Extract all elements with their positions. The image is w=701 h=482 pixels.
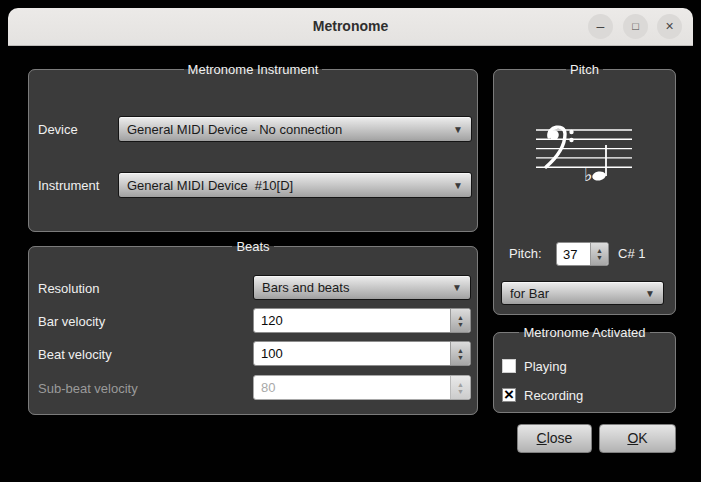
- playing-checkbox-label[interactable]: Playing: [524, 359, 567, 375]
- sub-beat-velocity-label: Sub-beat velocity: [38, 381, 138, 397]
- minimize-icon[interactable]: –: [588, 14, 613, 39]
- spin-down-icon: ▼: [457, 388, 464, 395]
- playing-checkbox[interactable]: [502, 359, 516, 373]
- pitch-value: 37: [563, 247, 577, 262]
- pitch-label: Pitch:: [509, 246, 542, 262]
- recording-checkbox[interactable]: ×: [502, 388, 516, 402]
- bass-clef-staff-notation: ♭: [534, 118, 634, 186]
- ok-button-label: OK: [600, 425, 675, 452]
- metronome-activated-group-title: Metronome Activated: [519, 325, 649, 340]
- chevron-down-icon: ▼: [452, 282, 462, 293]
- pitch-group-title: Pitch: [566, 62, 603, 77]
- note-icon: ♭: [584, 145, 606, 185]
- pitch-group: Pitch: [493, 62, 676, 315]
- resolution-dropdown[interactable]: Bars and beats ▼: [253, 275, 471, 300]
- bar-velocity-value: 120: [261, 313, 283, 328]
- close-button[interactable]: Close: [517, 424, 592, 453]
- chevron-down-icon: ▼: [453, 124, 463, 135]
- metronome-instrument-group-title: Metronome Instrument: [184, 62, 323, 77]
- resolution-label: Resolution: [38, 281, 99, 297]
- close-icon[interactable]: ×: [657, 14, 682, 39]
- metronome-dialog: Metronome – □ × Metronome Instrument Dev…: [0, 0, 701, 482]
- recording-checkbox-label[interactable]: Recording: [524, 388, 583, 404]
- pitch-scope-dropdown[interactable]: for Bar ▼: [501, 281, 664, 305]
- spin-down-icon[interactable]: ▼: [457, 321, 464, 328]
- pitch-spinbox[interactable]: 37 ▲ ▼: [556, 242, 609, 266]
- maximize-icon[interactable]: □: [623, 14, 648, 39]
- chevron-down-icon: ▼: [645, 288, 655, 299]
- device-dropdown[interactable]: General MIDI Device - No connection ▼: [118, 116, 472, 142]
- instrument-dropdown-value: General MIDI Device #10[D]: [127, 178, 447, 193]
- spin-down-icon[interactable]: ▼: [457, 354, 464, 361]
- note-name-label: C# 1: [618, 246, 645, 262]
- spin-up-icon[interactable]: ▲: [457, 347, 464, 354]
- resolution-dropdown-value: Bars and beats: [262, 280, 446, 295]
- instrument-dropdown[interactable]: General MIDI Device #10[D] ▼: [118, 172, 472, 198]
- metronome-instrument-group: Metronome Instrument: [28, 62, 478, 232]
- spin-up-icon[interactable]: ▲: [596, 247, 603, 254]
- titlebar[interactable]: Metronome – □ ×: [8, 8, 693, 46]
- chevron-down-icon: ▼: [453, 180, 463, 191]
- sub-beat-velocity-value: 80: [261, 380, 275, 395]
- metronome-activated-group: Metronome Activated: [493, 325, 676, 413]
- instrument-label: Instrument: [38, 178, 99, 194]
- device-label: Device: [38, 122, 78, 138]
- spin-up-icon[interactable]: ▲: [457, 314, 464, 321]
- spin-down-icon[interactable]: ▼: [596, 254, 603, 261]
- ok-button[interactable]: OK: [599, 424, 676, 453]
- beats-group-title: Beats: [232, 239, 273, 254]
- bar-velocity-spinbox[interactable]: 120 ▲ ▼: [253, 308, 471, 333]
- spin-up-icon: ▲: [457, 381, 464, 388]
- svg-text:♭: ♭: [584, 164, 593, 185]
- beat-velocity-value: 100: [261, 346, 283, 361]
- beat-velocity-label: Beat velocity: [38, 347, 112, 363]
- bar-velocity-label: Bar velocity: [38, 314, 105, 330]
- bass-clef-icon: [546, 127, 574, 167]
- close-button-label: Close: [518, 425, 591, 452]
- sub-beat-velocity-spinbox: 80 ▲ ▼: [253, 375, 471, 400]
- beat-velocity-spinbox[interactable]: 100 ▲ ▼: [253, 341, 471, 366]
- pitch-scope-dropdown-value: for Bar: [510, 286, 639, 301]
- device-dropdown-value: General MIDI Device - No connection: [127, 122, 447, 137]
